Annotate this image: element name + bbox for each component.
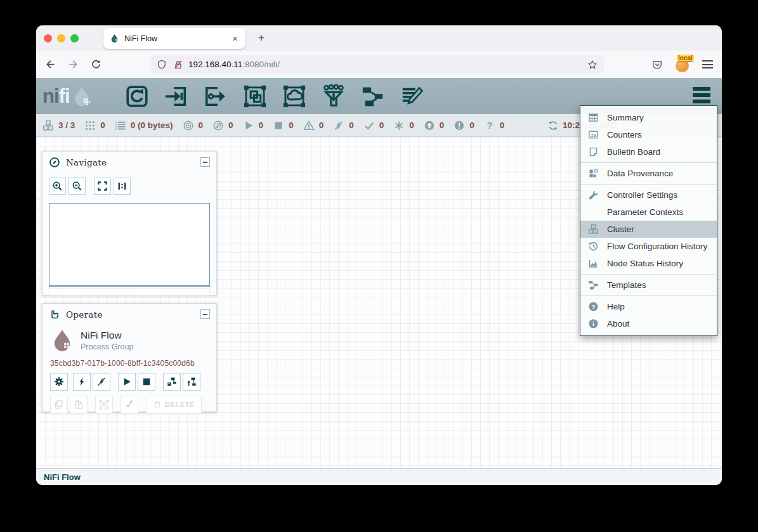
start-button[interactable] [118, 373, 136, 391]
component-funnel[interactable] [322, 84, 346, 108]
template-icon [361, 84, 385, 108]
threads-icon [84, 120, 96, 131]
refresh-icon[interactable] [547, 120, 559, 131]
menu-item-flow-configuration-history[interactable]: Flow Configuration History [580, 238, 717, 255]
menu-item-data-provenance[interactable]: Data Provenance [580, 165, 717, 182]
menu-item-help[interactable]: ?Help [580, 298, 717, 315]
enable-button[interactable] [73, 373, 91, 391]
new-tab-button[interactable]: + [253, 30, 270, 47]
reload-icon [91, 59, 101, 70]
invalid-icon [303, 120, 315, 131]
processor-icon [125, 84, 149, 108]
window-controls [44, 34, 79, 42]
remote-process-group-icon [282, 84, 306, 108]
group-button[interactable] [95, 396, 113, 413]
status-sync-failure-versioned: ?0 [484, 120, 505, 131]
close-window-button[interactable] [44, 34, 52, 42]
birdseye-strip [49, 289, 210, 295]
counters-icon: 23 [588, 129, 599, 140]
breadcrumb-root[interactable]: NiFi Flow [44, 472, 81, 482]
logo-text-ni: ni [42, 85, 59, 108]
sync-failure-icon: ? [484, 120, 495, 131]
component-remote-process-group[interactable] [282, 84, 306, 108]
insecure-lock-icon[interactable] [173, 60, 183, 70]
component-label[interactable] [400, 84, 424, 108]
component-output-port[interactable] [204, 84, 228, 108]
tab-close-icon[interactable]: × [231, 33, 239, 44]
profile-button[interactable]: local [676, 57, 691, 72]
maximize-window-button[interactable] [70, 34, 79, 42]
menu-label-cluster: Cluster [607, 224, 634, 234]
bulletin-board-icon [588, 146, 599, 157]
menu-item-controller-settings[interactable]: Controller Settings [580, 186, 717, 204]
compass-icon [49, 157, 60, 168]
svg-text:?: ? [592, 303, 596, 310]
browser-tab[interactable]: NiFi Flow × [103, 28, 245, 49]
global-menu: Summary23CountersBulletin BoardData Prov… [580, 105, 717, 336]
stale-versioned-count: 0 [440, 120, 445, 130]
about-icon [588, 318, 599, 329]
status-queued: 0 (0 bytes) [115, 120, 173, 131]
navigate-collapse-button[interactable] [200, 157, 210, 167]
connected-nodes-count: 3 / 3 [58, 120, 75, 130]
menu-item-summary[interactable]: Summary [580, 109, 717, 126]
menu-item-counters[interactable]: 23Counters [580, 126, 717, 143]
pocket-icon[interactable] [651, 59, 663, 70]
menu-item-about[interactable]: About [580, 315, 717, 332]
status-stale-versioned: 0 [424, 120, 445, 131]
zoom-in-button[interactable] [49, 178, 66, 195]
invalid-components-count: 0 [319, 120, 324, 130]
component-process-group[interactable] [243, 84, 267, 108]
disabled-components-count: 0 [349, 120, 354, 130]
shield-icon[interactable] [157, 60, 167, 70]
stop-button[interactable] [138, 373, 155, 391]
birdseye-view[interactable] [49, 203, 210, 287]
component-toolbar [125, 84, 424, 108]
node-status-history-icon [588, 258, 599, 269]
selected-component: NiFi Flow Process Group [50, 327, 209, 354]
reload-button[interactable] [87, 56, 105, 74]
status-not-transmitting-remote-process-groups: 0 [212, 120, 233, 131]
nifi-favicon-icon [110, 34, 119, 43]
component-processor[interactable] [125, 84, 149, 108]
zoom-out-button[interactable] [69, 178, 86, 195]
url-bar[interactable]: 192.168.40.11:8080/nifi/ [150, 55, 604, 74]
running-icon [243, 120, 254, 131]
wrench-icon [588, 190, 599, 200]
paste-button[interactable] [70, 396, 88, 413]
navigate-title: Navigate [66, 157, 200, 167]
copy-button[interactable] [50, 396, 68, 413]
output-port-icon [204, 84, 228, 108]
forward-button[interactable] [64, 56, 82, 74]
browser-menu-button[interactable] [702, 60, 713, 68]
menu-item-parameter-contexts[interactable]: Parameter Contexts [580, 204, 717, 221]
disable-button[interactable] [93, 373, 110, 391]
menu-item-cluster[interactable]: Cluster [580, 221, 717, 238]
bookmark-star-icon[interactable] [587, 60, 598, 70]
menu-label-about: About [607, 319, 629, 328]
label-icon [400, 84, 424, 108]
component-template[interactable] [361, 84, 385, 108]
back-button[interactable] [41, 56, 59, 74]
queued-count: 0 (0 bytes) [131, 120, 173, 130]
hand-icon [49, 309, 60, 320]
minimize-window-button[interactable] [57, 34, 65, 42]
change-color-button[interactable] [121, 396, 138, 413]
tab-title: NiFi Flow [124, 34, 231, 43]
menu-label-bulletin-board: Bulletin Board [607, 147, 660, 157]
zoom-fit-button[interactable] [94, 178, 111, 195]
operate-collapse-button[interactable] [200, 309, 210, 319]
status-active-threads: 0 [84, 120, 105, 131]
create-template-button[interactable] [163, 373, 181, 391]
component-input-port[interactable] [164, 84, 188, 108]
menu-item-node-status-history[interactable]: Node Status History [580, 255, 717, 272]
delete-button[interactable]: DELETE [146, 396, 202, 413]
stale-icon [424, 120, 435, 131]
stopped-icon [273, 120, 284, 131]
menu-item-bulletin-board[interactable]: Bulletin Board [580, 143, 717, 160]
global-menu-button[interactable] [693, 87, 710, 103]
configuration-button[interactable] [50, 373, 68, 391]
menu-item-templates[interactable]: Templates [580, 276, 717, 294]
zoom-actual-button[interactable] [114, 178, 131, 195]
upload-template-button[interactable] [183, 373, 200, 391]
